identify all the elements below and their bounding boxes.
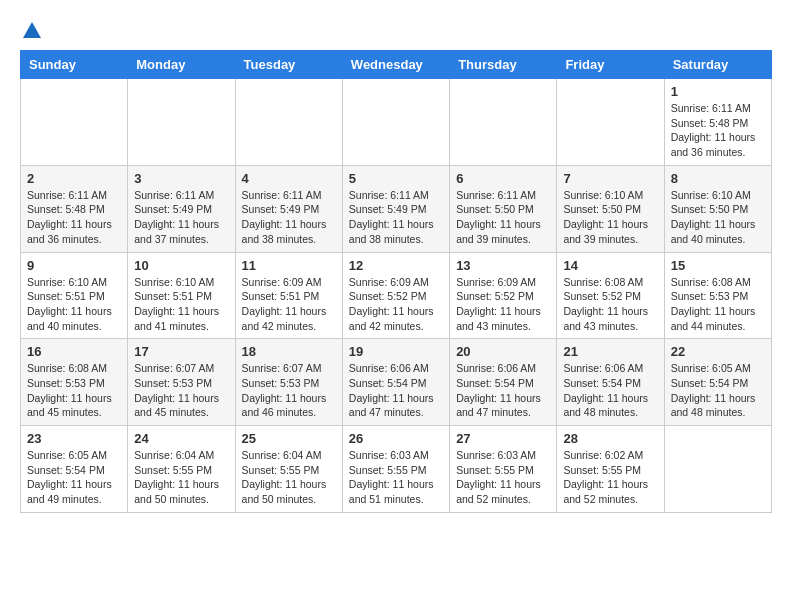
- calendar-cell: 26Sunrise: 6:03 AM Sunset: 5:55 PM Dayli…: [342, 426, 449, 513]
- calendar-cell: 1Sunrise: 6:11 AM Sunset: 5:48 PM Daylig…: [664, 79, 771, 166]
- calendar-day-header: Thursday: [450, 51, 557, 79]
- day-number: 18: [242, 344, 336, 359]
- day-number: 15: [671, 258, 765, 273]
- day-info: Sunrise: 6:09 AM Sunset: 5:52 PM Dayligh…: [456, 275, 550, 334]
- calendar-cell: 28Sunrise: 6:02 AM Sunset: 5:55 PM Dayli…: [557, 426, 664, 513]
- day-info: Sunrise: 6:06 AM Sunset: 5:54 PM Dayligh…: [563, 361, 657, 420]
- day-info: Sunrise: 6:07 AM Sunset: 5:53 PM Dayligh…: [134, 361, 228, 420]
- day-number: 10: [134, 258, 228, 273]
- day-info: Sunrise: 6:09 AM Sunset: 5:52 PM Dayligh…: [349, 275, 443, 334]
- day-info: Sunrise: 6:10 AM Sunset: 5:51 PM Dayligh…: [134, 275, 228, 334]
- calendar-week-row: 2Sunrise: 6:11 AM Sunset: 5:48 PM Daylig…: [21, 165, 772, 252]
- day-info: Sunrise: 6:10 AM Sunset: 5:50 PM Dayligh…: [563, 188, 657, 247]
- day-info: Sunrise: 6:11 AM Sunset: 5:49 PM Dayligh…: [242, 188, 336, 247]
- calendar-cell: 9Sunrise: 6:10 AM Sunset: 5:51 PM Daylig…: [21, 252, 128, 339]
- calendar-day-header: Saturday: [664, 51, 771, 79]
- day-number: 17: [134, 344, 228, 359]
- calendar-week-row: 1Sunrise: 6:11 AM Sunset: 5:48 PM Daylig…: [21, 79, 772, 166]
- day-info: Sunrise: 6:11 AM Sunset: 5:48 PM Dayligh…: [27, 188, 121, 247]
- calendar-day-header: Wednesday: [342, 51, 449, 79]
- day-number: 6: [456, 171, 550, 186]
- day-number: 22: [671, 344, 765, 359]
- day-number: 5: [349, 171, 443, 186]
- day-number: 2: [27, 171, 121, 186]
- day-info: Sunrise: 6:11 AM Sunset: 5:49 PM Dayligh…: [349, 188, 443, 247]
- calendar-cell: 11Sunrise: 6:09 AM Sunset: 5:51 PM Dayli…: [235, 252, 342, 339]
- day-info: Sunrise: 6:02 AM Sunset: 5:55 PM Dayligh…: [563, 448, 657, 507]
- day-info: Sunrise: 6:04 AM Sunset: 5:55 PM Dayligh…: [134, 448, 228, 507]
- calendar-cell: 13Sunrise: 6:09 AM Sunset: 5:52 PM Dayli…: [450, 252, 557, 339]
- svg-marker-0: [23, 22, 41, 38]
- calendar-cell: 16Sunrise: 6:08 AM Sunset: 5:53 PM Dayli…: [21, 339, 128, 426]
- calendar-cell: 6Sunrise: 6:11 AM Sunset: 5:50 PM Daylig…: [450, 165, 557, 252]
- calendar-cell: [342, 79, 449, 166]
- day-number: 20: [456, 344, 550, 359]
- logo-icon: [22, 20, 42, 40]
- day-number: 3: [134, 171, 228, 186]
- day-number: 11: [242, 258, 336, 273]
- day-info: Sunrise: 6:08 AM Sunset: 5:52 PM Dayligh…: [563, 275, 657, 334]
- page-header: [20, 20, 772, 40]
- day-number: 28: [563, 431, 657, 446]
- calendar-cell: 20Sunrise: 6:06 AM Sunset: 5:54 PM Dayli…: [450, 339, 557, 426]
- calendar-cell: 25Sunrise: 6:04 AM Sunset: 5:55 PM Dayli…: [235, 426, 342, 513]
- calendar-cell: 2Sunrise: 6:11 AM Sunset: 5:48 PM Daylig…: [21, 165, 128, 252]
- day-info: Sunrise: 6:06 AM Sunset: 5:54 PM Dayligh…: [456, 361, 550, 420]
- calendar-cell: 10Sunrise: 6:10 AM Sunset: 5:51 PM Dayli…: [128, 252, 235, 339]
- day-number: 25: [242, 431, 336, 446]
- day-number: 26: [349, 431, 443, 446]
- calendar-day-header: Friday: [557, 51, 664, 79]
- calendar-cell: 17Sunrise: 6:07 AM Sunset: 5:53 PM Dayli…: [128, 339, 235, 426]
- calendar-cell: [450, 79, 557, 166]
- calendar-cell: 5Sunrise: 6:11 AM Sunset: 5:49 PM Daylig…: [342, 165, 449, 252]
- day-number: 24: [134, 431, 228, 446]
- day-info: Sunrise: 6:11 AM Sunset: 5:48 PM Dayligh…: [671, 101, 765, 160]
- day-number: 9: [27, 258, 121, 273]
- calendar-day-header: Sunday: [21, 51, 128, 79]
- day-info: Sunrise: 6:08 AM Sunset: 5:53 PM Dayligh…: [27, 361, 121, 420]
- day-number: 1: [671, 84, 765, 99]
- day-number: 19: [349, 344, 443, 359]
- calendar-cell: 19Sunrise: 6:06 AM Sunset: 5:54 PM Dayli…: [342, 339, 449, 426]
- day-info: Sunrise: 6:11 AM Sunset: 5:50 PM Dayligh…: [456, 188, 550, 247]
- day-number: 27: [456, 431, 550, 446]
- day-number: 4: [242, 171, 336, 186]
- calendar-cell: 8Sunrise: 6:10 AM Sunset: 5:50 PM Daylig…: [664, 165, 771, 252]
- day-info: Sunrise: 6:05 AM Sunset: 5:54 PM Dayligh…: [671, 361, 765, 420]
- calendar-cell: 23Sunrise: 6:05 AM Sunset: 5:54 PM Dayli…: [21, 426, 128, 513]
- day-info: Sunrise: 6:03 AM Sunset: 5:55 PM Dayligh…: [349, 448, 443, 507]
- day-info: Sunrise: 6:10 AM Sunset: 5:50 PM Dayligh…: [671, 188, 765, 247]
- calendar-cell: 7Sunrise: 6:10 AM Sunset: 5:50 PM Daylig…: [557, 165, 664, 252]
- calendar-week-row: 23Sunrise: 6:05 AM Sunset: 5:54 PM Dayli…: [21, 426, 772, 513]
- day-info: Sunrise: 6:08 AM Sunset: 5:53 PM Dayligh…: [671, 275, 765, 334]
- calendar-cell: 24Sunrise: 6:04 AM Sunset: 5:55 PM Dayli…: [128, 426, 235, 513]
- calendar-week-row: 9Sunrise: 6:10 AM Sunset: 5:51 PM Daylig…: [21, 252, 772, 339]
- calendar-cell: 18Sunrise: 6:07 AM Sunset: 5:53 PM Dayli…: [235, 339, 342, 426]
- calendar-cell: [21, 79, 128, 166]
- calendar-cell: [664, 426, 771, 513]
- day-number: 7: [563, 171, 657, 186]
- calendar-cell: 3Sunrise: 6:11 AM Sunset: 5:49 PM Daylig…: [128, 165, 235, 252]
- day-number: 16: [27, 344, 121, 359]
- calendar-cell: 27Sunrise: 6:03 AM Sunset: 5:55 PM Dayli…: [450, 426, 557, 513]
- calendar-week-row: 16Sunrise: 6:08 AM Sunset: 5:53 PM Dayli…: [21, 339, 772, 426]
- calendar-cell: [557, 79, 664, 166]
- day-info: Sunrise: 6:11 AM Sunset: 5:49 PM Dayligh…: [134, 188, 228, 247]
- calendar-cell: 15Sunrise: 6:08 AM Sunset: 5:53 PM Dayli…: [664, 252, 771, 339]
- calendar-cell: [128, 79, 235, 166]
- calendar-cell: [235, 79, 342, 166]
- day-info: Sunrise: 6:04 AM Sunset: 5:55 PM Dayligh…: [242, 448, 336, 507]
- calendar-table: SundayMondayTuesdayWednesdayThursdayFrid…: [20, 50, 772, 513]
- day-number: 23: [27, 431, 121, 446]
- logo: [20, 20, 42, 40]
- day-info: Sunrise: 6:07 AM Sunset: 5:53 PM Dayligh…: [242, 361, 336, 420]
- day-number: 8: [671, 171, 765, 186]
- calendar-cell: 4Sunrise: 6:11 AM Sunset: 5:49 PM Daylig…: [235, 165, 342, 252]
- day-info: Sunrise: 6:06 AM Sunset: 5:54 PM Dayligh…: [349, 361, 443, 420]
- calendar-day-header: Monday: [128, 51, 235, 79]
- day-number: 12: [349, 258, 443, 273]
- day-info: Sunrise: 6:10 AM Sunset: 5:51 PM Dayligh…: [27, 275, 121, 334]
- day-info: Sunrise: 6:03 AM Sunset: 5:55 PM Dayligh…: [456, 448, 550, 507]
- day-number: 21: [563, 344, 657, 359]
- calendar-cell: 22Sunrise: 6:05 AM Sunset: 5:54 PM Dayli…: [664, 339, 771, 426]
